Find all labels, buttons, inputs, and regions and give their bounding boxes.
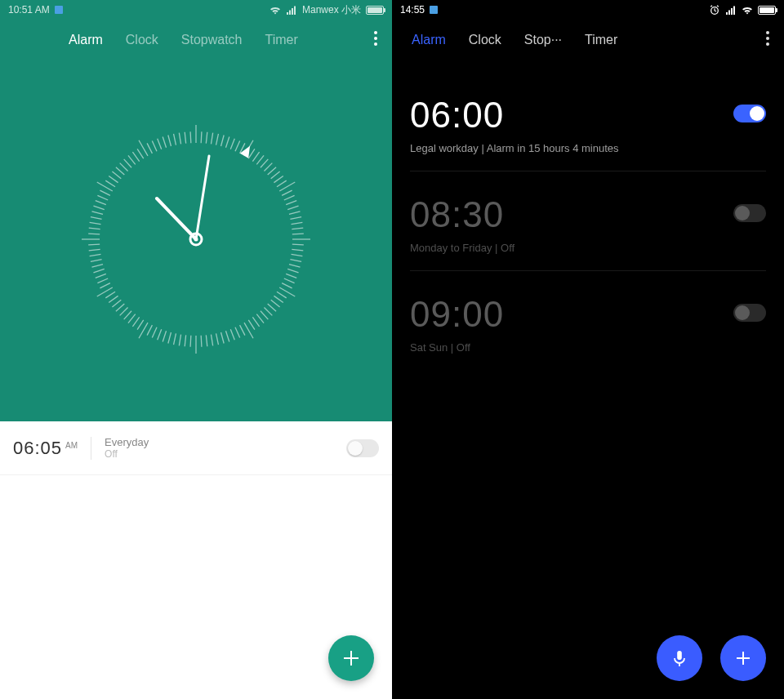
svg-line-44 xyxy=(277,292,287,298)
tab-clock[interactable]: Clock xyxy=(114,28,170,52)
svg-line-39 xyxy=(287,269,298,272)
svg-line-109 xyxy=(124,159,131,167)
alarm-row[interactable]: 06:05 AM Everyday Off xyxy=(0,421,392,475)
svg-line-8 xyxy=(221,135,225,146)
plus-icon xyxy=(341,648,362,669)
svg-line-76 xyxy=(128,314,136,323)
svg-line-98 xyxy=(91,211,103,215)
svg-line-89 xyxy=(91,260,102,262)
svg-line-94 xyxy=(88,234,100,234)
svg-line-65 xyxy=(185,335,185,346)
svg-line-50 xyxy=(256,314,264,323)
alarm-time: 08:30 xyxy=(410,194,766,235)
svg-line-77 xyxy=(124,311,131,319)
tab-stopwatch[interactable]: Stopwatch xyxy=(170,28,254,52)
alarm-row[interactable]: 09:00 Sat Sun | Off xyxy=(410,271,766,370)
svg-line-26 xyxy=(286,201,296,205)
tab-timer[interactable]: Timer xyxy=(254,28,310,52)
svg-line-48 xyxy=(264,307,272,315)
svg-line-22 xyxy=(277,180,287,187)
svg-line-21 xyxy=(274,176,283,182)
svg-line-71 xyxy=(152,327,157,338)
status-time: 10:51 AM xyxy=(8,4,50,16)
svg-line-104 xyxy=(105,180,115,187)
svg-line-7 xyxy=(216,134,219,145)
overflow-menu-icon[interactable] xyxy=(368,31,384,50)
alarm-state: Off xyxy=(105,448,346,460)
svg-line-88 xyxy=(91,265,103,268)
phone-right-dark: 14:55 Alarm Clock Stop··· Timer 06:00 xyxy=(392,0,784,699)
svg-line-9 xyxy=(225,136,229,147)
add-alarm-button[interactable] xyxy=(720,635,766,681)
svg-line-58 xyxy=(221,332,225,344)
svg-line-87 xyxy=(93,269,104,272)
alarm-toggle[interactable] xyxy=(733,204,766,222)
status-time: 14:55 xyxy=(400,4,425,16)
svg-marker-123 xyxy=(240,144,254,158)
signal-icon xyxy=(725,6,737,15)
svg-line-51 xyxy=(252,317,259,326)
svg-line-101 xyxy=(97,195,108,200)
svg-line-55 xyxy=(235,327,240,338)
svg-line-6 xyxy=(211,133,212,145)
add-alarm-button[interactable] xyxy=(328,635,374,681)
svg-line-119 xyxy=(174,134,176,145)
tab-stopwatch[interactable]: Stop··· xyxy=(513,28,573,52)
svg-line-14 xyxy=(248,149,255,158)
alarm-toggle[interactable] xyxy=(733,304,766,322)
svg-line-16 xyxy=(256,155,264,164)
svg-line-114 xyxy=(147,143,152,153)
alarm-row[interactable]: 08:30 Monday to Friday | Off xyxy=(410,171,766,271)
analog-clock xyxy=(0,56,392,423)
svg-line-10 xyxy=(230,139,234,149)
svg-line-118 xyxy=(168,135,172,146)
plus-icon xyxy=(733,648,754,669)
svg-line-37 xyxy=(290,260,301,262)
alarm-sub: Monday to Friday | Off xyxy=(410,242,766,254)
svg-line-11 xyxy=(235,140,240,151)
svg-rect-132 xyxy=(677,651,682,660)
svg-line-100 xyxy=(96,201,106,205)
svg-point-0 xyxy=(374,31,377,34)
voice-button[interactable] xyxy=(657,635,702,681)
tab-timer[interactable]: Timer xyxy=(573,28,629,52)
svg-line-52 xyxy=(248,320,255,330)
status-bar: 14:55 xyxy=(392,0,784,20)
svg-line-61 xyxy=(206,335,207,346)
svg-line-75 xyxy=(132,317,139,326)
svg-line-81 xyxy=(109,296,118,302)
alarm-row[interactable]: 06:00 Legal workday | Alarm in 15 hours … xyxy=(410,72,766,171)
svg-line-17 xyxy=(261,159,268,167)
alarm-toggle[interactable] xyxy=(733,105,766,122)
microphone-icon xyxy=(669,648,690,669)
svg-line-28 xyxy=(289,211,301,215)
carrier-label: Manwex 小米 xyxy=(302,3,361,17)
status-bar: 10:51 AM Manwex 小米 xyxy=(0,0,392,20)
svg-line-84 xyxy=(100,283,109,288)
svg-line-68 xyxy=(168,332,172,344)
tab-alarm[interactable]: Alarm xyxy=(57,28,114,52)
svg-line-60 xyxy=(211,335,212,346)
tab-clock[interactable]: Clock xyxy=(457,28,513,52)
svg-line-117 xyxy=(163,136,166,147)
svg-line-38 xyxy=(289,265,301,268)
svg-line-108 xyxy=(120,163,128,171)
svg-line-25 xyxy=(284,195,295,200)
svg-line-125 xyxy=(196,156,209,239)
svg-line-111 xyxy=(132,152,139,161)
overflow-menu-icon[interactable] xyxy=(760,31,776,50)
svg-line-122 xyxy=(190,131,191,143)
alarm-time: 06:05 xyxy=(13,438,62,459)
tab-alarm[interactable]: Alarm xyxy=(400,28,457,52)
alarm-list: 06:00 Legal workday | Alarm in 15 hours … xyxy=(392,56,784,370)
svg-point-130 xyxy=(766,37,769,40)
alarm-time: 09:00 xyxy=(410,294,766,335)
signal-icon xyxy=(286,6,297,15)
svg-point-131 xyxy=(766,42,769,46)
alarm-toggle[interactable] xyxy=(346,439,379,457)
svg-line-20 xyxy=(271,171,280,179)
svg-line-112 xyxy=(137,149,144,158)
svg-line-95 xyxy=(89,228,100,229)
svg-line-116 xyxy=(158,139,162,149)
svg-line-124 xyxy=(157,198,196,239)
